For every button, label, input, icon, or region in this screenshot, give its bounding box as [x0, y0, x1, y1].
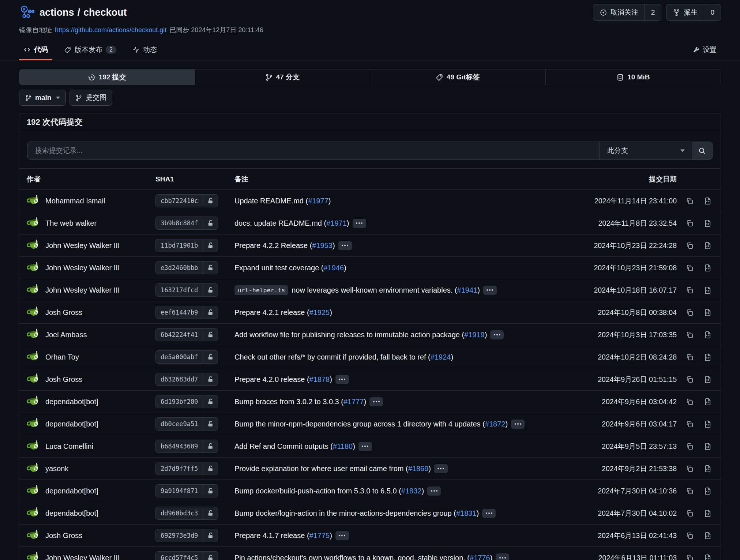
copy-sha-button[interactable]: [685, 264, 694, 272]
issue-link[interactable]: #1925: [309, 308, 330, 316]
issue-link[interactable]: #1919: [464, 331, 485, 339]
commit-sha-badge[interactable]: b684943689: [155, 440, 218, 453]
copy-sha-button[interactable]: [685, 308, 694, 317]
watch-count[interactable]: 2: [645, 4, 661, 20]
browse-source-button[interactable]: [703, 442, 712, 451]
tab-releases[interactable]: 版本发布 2: [60, 42, 121, 60]
tab-activity[interactable]: 动态: [128, 42, 161, 60]
commit-sha-badge[interactable]: db0cee9a51: [155, 417, 218, 431]
commit-author-name[interactable]: Orhan Toy: [45, 353, 79, 361]
browse-source-button[interactable]: [703, 554, 712, 560]
stat-branches[interactable]: 47 分支: [195, 69, 370, 85]
copy-sha-button[interactable]: [685, 241, 694, 250]
copy-sha-button[interactable]: [685, 531, 694, 540]
expand-commit-button[interactable]: [335, 531, 349, 540]
commit-sha-badge[interactable]: 6d193bf280: [155, 395, 218, 408]
issue-link[interactable]: #1971: [326, 219, 347, 227]
fork-button[interactable]: 派生 0: [666, 4, 721, 21]
commit-sha-badge[interactable]: dd960bd3c3: [155, 507, 218, 520]
issue-link[interactable]: #1924: [431, 353, 451, 361]
copy-sha-button[interactable]: [685, 375, 694, 384]
commit-sha-badge[interactable]: d632683dd7: [155, 373, 218, 386]
commit-author-name[interactable]: Josh Gross: [45, 375, 82, 384]
issue-link[interactable]: #1946: [323, 264, 344, 272]
browse-source-button[interactable]: [703, 264, 712, 272]
repo-link[interactable]: checkout: [83, 7, 127, 18]
commit-sha-badge[interactable]: eef61447b9: [155, 306, 218, 319]
commit-author-name[interactable]: dependabot[bot]: [45, 487, 98, 495]
issue-link[interactable]: #1831: [456, 509, 477, 517]
commit-sha-badge[interactable]: 9a9194f871: [155, 484, 218, 497]
copy-sha-button[interactable]: [685, 197, 694, 205]
expand-commit-button[interactable]: [483, 286, 497, 295]
commit-author-name[interactable]: dependabot[bot]: [45, 509, 98, 518]
browse-source-button[interactable]: [703, 219, 712, 228]
commit-sha-badge[interactable]: 163217dfcd: [155, 283, 218, 297]
browse-source-button[interactable]: [703, 509, 712, 518]
commit-author-name[interactable]: John Wesley Walker III: [45, 264, 120, 272]
commit-sha-badge[interactable]: 6b42224f41: [155, 328, 218, 341]
copy-sha-button[interactable]: [685, 219, 694, 228]
expand-commit-button[interactable]: [490, 330, 504, 339]
commit-sha-badge[interactable]: 6ccd57f4c5: [155, 551, 218, 560]
commit-search-input[interactable]: [28, 142, 600, 159]
browse-source-button[interactable]: [703, 353, 712, 361]
commit-sha-badge[interactable]: de5a000abf: [155, 350, 218, 364]
commit-sha-badge[interactable]: e3d2460bbb: [155, 261, 218, 274]
expand-commit-button[interactable]: [482, 509, 496, 518]
unwatch-button[interactable]: 取消关注 2: [593, 4, 662, 21]
copy-sha-button[interactable]: [685, 487, 694, 495]
commit-author-name[interactable]: Josh Gross: [45, 531, 82, 540]
copy-sha-button[interactable]: [685, 286, 694, 294]
commit-author-name[interactable]: Luca Comellini: [45, 442, 93, 451]
browse-source-button[interactable]: [703, 331, 712, 339]
commit-author-name[interactable]: Mohammad Ismail: [45, 197, 105, 205]
copy-sha-button[interactable]: [685, 465, 694, 473]
commit-sha-badge[interactable]: 692973e3d9: [155, 529, 218, 542]
browse-source-button[interactable]: [703, 241, 712, 250]
stat-size[interactable]: 10 MiB: [545, 69, 721, 85]
issue-link[interactable]: #1977: [308, 197, 328, 205]
issue-link[interactable]: #1869: [408, 465, 429, 473]
expand-commit-button[interactable]: [353, 219, 366, 228]
commit-author-name[interactable]: John Wesley Walker III: [45, 286, 120, 294]
expand-commit-button[interactable]: [358, 442, 372, 451]
issue-link[interactable]: #1180: [333, 442, 353, 450]
issue-link[interactable]: #1941: [457, 286, 478, 294]
stat-tags[interactable]: 49 Git标签: [370, 69, 545, 85]
expand-commit-button[interactable]: [434, 464, 448, 473]
browse-source-button[interactable]: [703, 308, 712, 317]
mirror-url-link[interactable]: https://github.com/actions/checkout.git: [55, 26, 166, 34]
commit-author-name[interactable]: John Wesley Walker III: [45, 241, 120, 250]
browse-source-button[interactable]: [703, 420, 712, 428]
commit-sha-badge[interactable]: 11bd71901b: [155, 239, 218, 252]
commit-author-name[interactable]: Joel Ambass: [45, 331, 87, 339]
search-button[interactable]: [692, 142, 712, 159]
issue-link[interactable]: #1878: [309, 375, 330, 383]
commit-author-name[interactable]: Josh Gross: [45, 308, 82, 317]
browse-source-button[interactable]: [703, 197, 712, 205]
commit-sha-badge[interactable]: cbb722410c: [155, 194, 218, 207]
issue-link[interactable]: #1872: [485, 420, 506, 428]
fork-count[interactable]: 0: [704, 4, 721, 20]
copy-sha-button[interactable]: [685, 509, 694, 518]
browse-source-button[interactable]: [703, 487, 712, 495]
expand-commit-button[interactable]: [427, 486, 441, 496]
commit-author-name[interactable]: yasonk: [45, 465, 68, 473]
branch-selector[interactable]: main: [19, 90, 66, 106]
search-scope-dropdown[interactable]: 此分支: [600, 142, 692, 159]
issue-link[interactable]: #1777: [343, 398, 364, 406]
expand-commit-button[interactable]: [511, 420, 525, 429]
browse-source-button[interactable]: [703, 531, 712, 540]
tab-code[interactable]: 代码: [19, 42, 52, 60]
issue-link[interactable]: #1775: [309, 531, 330, 540]
expand-commit-button[interactable]: [338, 241, 352, 250]
commit-author-name[interactable]: The web walker: [45, 219, 97, 228]
tab-settings[interactable]: 设置: [688, 42, 721, 60]
copy-sha-button[interactable]: [685, 353, 694, 361]
copy-sha-button[interactable]: [685, 331, 694, 339]
copy-sha-button[interactable]: [685, 398, 694, 406]
expand-commit-button[interactable]: [496, 553, 509, 560]
copy-sha-button[interactable]: [685, 442, 694, 451]
commit-sha-badge[interactable]: 3b9b8c884f: [155, 217, 218, 230]
